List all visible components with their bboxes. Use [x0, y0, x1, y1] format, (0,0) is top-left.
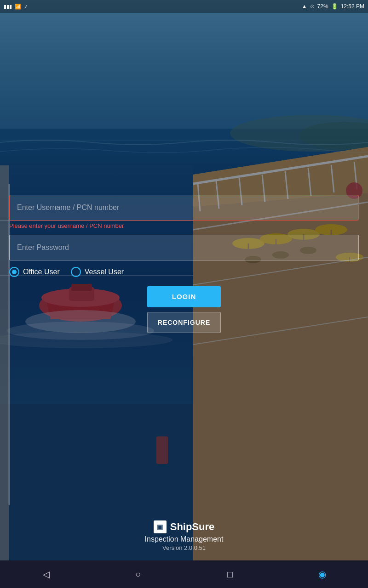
wifi-filled-icon: ▲ [302, 3, 307, 10]
office-user-radio-dot [9, 267, 19, 277]
vessel-user-radio[interactable]: Vessel User [71, 267, 124, 277]
clock: 12:52 PM [341, 3, 364, 10]
app-name: ShipSure [170, 521, 215, 533]
nav-home-button[interactable]: ○ [126, 565, 150, 583]
login-form: Please enter your username / PCN number … [5, 195, 363, 333]
status-bar: ▮▮▮ 📶 ✓ ▲ ⊘ 72% 🔋 12:52 PM [0, 0, 368, 13]
status-right: ▲ ⊘ 72% 🔋 12:52 PM [302, 3, 364, 10]
brand-icon: ▣ [154, 520, 167, 533]
battery-icon: 🔋 [331, 3, 338, 10]
username-input[interactable] [9, 195, 359, 220]
wifi-icon: 📶 [15, 4, 21, 10]
app-subtitle: Inspection Management [145, 535, 224, 543]
vessel-user-radio-dot [71, 267, 81, 277]
office-user-label: Office User [23, 268, 60, 276]
battery-percent: 72% [317, 3, 328, 10]
android-nav-bar: ◁ ○ □ ◉ [0, 560, 368, 588]
username-error: Please enter your username / PCN number [9, 222, 124, 229]
user-type-radio-group: Office User Vessel User [9, 267, 124, 277]
password-input[interactable] [9, 235, 359, 260]
reconfigure-button[interactable]: RECONFIGURE [147, 312, 221, 333]
check-icon: ✓ [24, 4, 28, 10]
office-user-radio[interactable]: Office User [9, 267, 60, 277]
login-button[interactable]: LOGIN [147, 286, 221, 307]
main-content: Please enter your username / PCN number … [0, 13, 368, 560]
nav-assistant-button[interactable]: ◉ [310, 565, 334, 583]
branding: ▣ ShipSure Inspection Management Version… [0, 520, 368, 551]
nav-recent-button[interactable]: □ [218, 565, 242, 583]
nav-back-button[interactable]: ◁ [34, 565, 58, 583]
brand-logo: ▣ ShipSure [154, 520, 215, 533]
no-sim-icon: ⊘ [310, 3, 315, 10]
signal-bars-icon: ▮▮▮ [4, 4, 12, 10]
office-user-radio-inner [12, 270, 17, 274]
vessel-user-label: Vessel User [85, 268, 124, 276]
app-version: Version 2.0.0.51 [162, 544, 206, 551]
status-left: ▮▮▮ 📶 ✓ [4, 4, 28, 10]
